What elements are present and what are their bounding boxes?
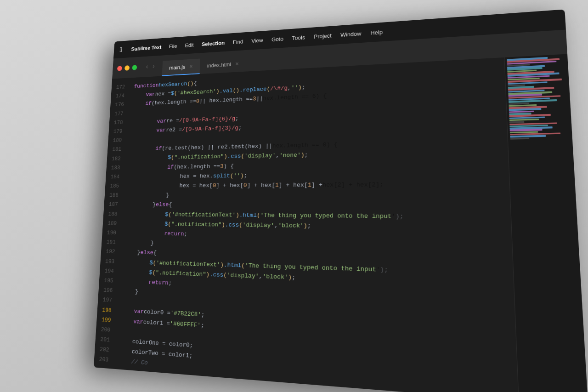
menubar-tools[interactable]: Tools bbox=[292, 34, 305, 41]
minimap-content bbox=[507, 56, 570, 140]
ln-178: 178 bbox=[109, 118, 123, 127]
forward-arrow[interactable]: › bbox=[151, 62, 156, 71]
laptop-background:  Sublime Text File Edit Selection Find … bbox=[0, 0, 588, 392]
nav-arrows: ‹ › bbox=[144, 62, 156, 71]
menubar-help[interactable]: Help bbox=[370, 28, 383, 36]
ln-200: 200 bbox=[96, 324, 110, 335]
ln-177: 177 bbox=[110, 109, 124, 119]
tab-main-js-label: main.js bbox=[169, 64, 186, 71]
tab-main-js-close[interactable]: ✕ bbox=[189, 64, 193, 69]
ln-190: 190 bbox=[102, 228, 116, 238]
ln-176: 176 bbox=[110, 100, 124, 109]
tab-index-html-label: index.html bbox=[207, 61, 232, 68]
ln-183: 183 bbox=[106, 163, 120, 172]
ln-203: 203 bbox=[94, 354, 108, 365]
ln-192: 192 bbox=[101, 247, 115, 257]
menubar-app-name[interactable]: Sublime Text bbox=[131, 44, 161, 52]
ln-172: 172 bbox=[111, 83, 125, 92]
editor-main: 172 174 176 177 178 179 180 181 182 183 … bbox=[94, 54, 588, 392]
code-line-185: hex = hex[0] + hex[0] + hex[1] + hex[1] … bbox=[128, 179, 509, 191]
tab-index-html-close[interactable]: ✕ bbox=[235, 61, 239, 67]
ln-174: 174 bbox=[111, 91, 124, 101]
ln-202: 202 bbox=[95, 344, 109, 355]
apple-icon:  bbox=[119, 45, 122, 54]
menubar-goto[interactable]: Goto bbox=[271, 35, 283, 42]
ln-194: 194 bbox=[100, 266, 114, 276]
menubar-selection[interactable]: Selection bbox=[202, 40, 225, 47]
menubar-project[interactable]: Project bbox=[314, 32, 332, 40]
ln-187: 187 bbox=[104, 200, 118, 210]
minimap bbox=[504, 54, 588, 392]
maximize-button[interactable] bbox=[132, 65, 137, 70]
ln-188: 188 bbox=[103, 210, 118, 219]
ln-195: 195 bbox=[99, 276, 113, 286]
ln-185: 185 bbox=[105, 182, 119, 191]
code-line-186: } bbox=[127, 190, 510, 201]
ln-181: 181 bbox=[107, 145, 122, 154]
ln-198: 198 bbox=[97, 305, 112, 315]
ln-193: 193 bbox=[100, 256, 115, 267]
back-arrow[interactable]: ‹ bbox=[144, 62, 150, 71]
ln-196: 196 bbox=[98, 285, 113, 296]
ln-180: 180 bbox=[108, 136, 122, 145]
menubar-view[interactable]: View bbox=[251, 37, 263, 44]
menubar-window[interactable]: Window bbox=[340, 30, 361, 38]
tab-index-html[interactable]: index.html ✕ bbox=[199, 56, 246, 74]
ln-201: 201 bbox=[95, 335, 110, 346]
ln-197: 197 bbox=[98, 295, 113, 306]
tab-main-js[interactable]: main.js ✕ bbox=[162, 59, 200, 76]
ln-189: 189 bbox=[102, 219, 117, 228]
menubar-file[interactable]: File bbox=[169, 43, 177, 49]
ln-191: 191 bbox=[102, 238, 116, 247]
minimize-button[interactable] bbox=[124, 65, 130, 71]
app-wrapper:  Sublime Text File Edit Selection Find … bbox=[94, 9, 588, 392]
traffic-lights bbox=[117, 65, 137, 71]
ln-186: 186 bbox=[104, 191, 119, 200]
ln-184: 184 bbox=[106, 172, 120, 182]
menubar-find[interactable]: Find bbox=[233, 38, 243, 45]
ln-199: 199 bbox=[96, 315, 111, 325]
editor: 172 174 176 177 178 179 180 181 182 183 … bbox=[94, 54, 588, 392]
screen:  Sublime Text File Edit Selection Find … bbox=[94, 9, 588, 392]
close-button[interactable] bbox=[117, 66, 122, 71]
code-area[interactable]: function hexSearch() { var hex = $('#hex… bbox=[114, 57, 519, 392]
ln-179: 179 bbox=[108, 127, 123, 136]
menubar-edit[interactable]: Edit bbox=[185, 42, 194, 48]
ln-182: 182 bbox=[107, 154, 121, 164]
